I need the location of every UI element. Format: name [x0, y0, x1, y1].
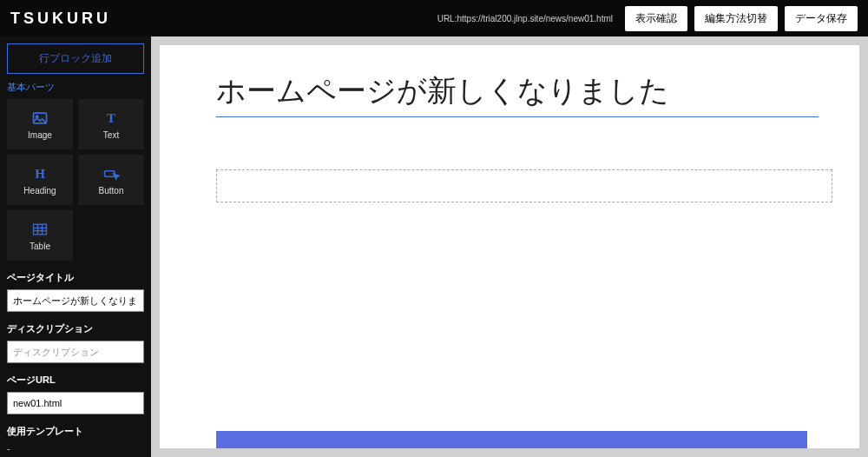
basic-parts-label: 基本パーツ [7, 81, 144, 94]
template-value: - [7, 443, 144, 454]
svg-rect-5 [34, 224, 47, 235]
preview-button[interactable]: 表示確認 [625, 6, 687, 31]
image-icon [31, 109, 49, 127]
page-url-input[interactable] [7, 392, 144, 414]
top-header: TSUKURU URL:https://trial200.jlnp.site/n… [0, 0, 868, 36]
add-row-block-button[interactable]: 行ブロック追加 [7, 43, 144, 74]
part-label: Table [30, 242, 50, 251]
part-label: Heading [23, 186, 56, 195]
parts-palette: Image T Text H Heading Button [7, 99, 144, 261]
part-label: Text [103, 130, 119, 140]
app-logo: TSUKURU [10, 10, 111, 28]
part-image[interactable]: Image [7, 99, 73, 149]
table-icon [31, 221, 49, 238]
part-label: Image [28, 130, 52, 140]
svg-text:H: H [35, 167, 45, 181]
part-label: Button [99, 186, 124, 195]
edit-mode-toggle-button[interactable]: 編集方法切替 [694, 6, 778, 31]
page-title-input[interactable] [7, 289, 144, 312]
part-heading[interactable]: H Heading [7, 155, 73, 205]
text-icon: T [102, 109, 120, 127]
save-button[interactable]: データ保存 [785, 6, 858, 31]
page-heading-block[interactable]: ホームページが新しくなりました [216, 71, 819, 117]
template-label: 使用テンプレート [7, 425, 144, 438]
part-table[interactable]: Table [7, 210, 73, 261]
bottom-accent-bar [216, 431, 807, 448]
page-url-display: URL:https://trial200.jlnp.site/news/new0… [437, 14, 613, 23]
empty-drop-zone[interactable] [216, 169, 832, 202]
part-button[interactable]: Button [78, 155, 144, 205]
sidebar: 行ブロック追加 基本パーツ Image T Text H Heading [0, 36, 151, 457]
description-input[interactable] [7, 341, 144, 363]
body-area: 行ブロック追加 基本パーツ Image T Text H Heading [0, 36, 868, 457]
canvas-wrap: ホームページが新しくなりました [151, 36, 868, 457]
page-title-label: ページタイトル [7, 271, 144, 284]
heading-icon: H [31, 165, 49, 182]
description-label: ディスクリプション [7, 322, 144, 335]
svg-text:T: T [107, 111, 115, 125]
part-text[interactable]: T Text [78, 99, 144, 149]
canvas-page[interactable]: ホームページが新しくなりました [160, 45, 859, 448]
button-icon [102, 165, 120, 182]
page-url-label: ページURL [7, 374, 144, 387]
